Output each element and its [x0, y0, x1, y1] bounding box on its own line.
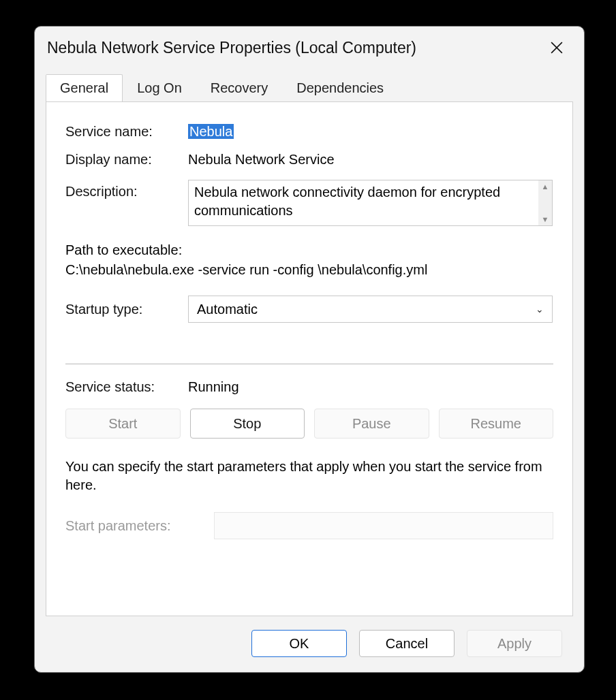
general-tab-panel: Service name: Nebula Display name: Nebul…	[46, 101, 573, 616]
close-icon	[551, 42, 563, 54]
scroll-up-icon[interactable]: ▲	[542, 180, 549, 193]
start-button: Start	[65, 409, 181, 439]
display-name-label: Display name:	[65, 152, 188, 168]
path-label: Path to executable:	[65, 242, 553, 258]
service-name-value[interactable]: Nebula	[188, 124, 234, 139]
divider	[65, 364, 553, 364]
chevron-down-icon: ⌄	[536, 304, 544, 315]
start-parameters-label: Start parameters:	[65, 518, 214, 534]
tab-log-on[interactable]: Log On	[123, 74, 196, 102]
tab-dependencies[interactable]: Dependencies	[282, 74, 398, 102]
ok-button[interactable]: OK	[251, 630, 347, 657]
apply-button: Apply	[467, 630, 562, 657]
display-name-value: Nebula Network Service	[188, 152, 553, 168]
description-value: Nebula network connectivity daemon for e…	[194, 185, 500, 218]
service-status-label: Service status:	[65, 379, 188, 395]
resume-button: Resume	[439, 409, 554, 439]
description-scrollbar[interactable]: ▲ ▼	[538, 180, 552, 225]
dialog-title: Nebula Network Service Properties (Local…	[47, 39, 416, 57]
path-value: C:\nebula\nebula.exe -service run -confi…	[65, 262, 553, 278]
service-name-label: Service name:	[65, 124, 188, 140]
startup-type-label: Startup type:	[65, 302, 188, 317]
cancel-button[interactable]: Cancel	[359, 630, 455, 657]
startup-type-select[interactable]: Automatic ⌄	[188, 296, 553, 323]
service-status-value: Running	[188, 379, 239, 395]
scroll-down-icon[interactable]: ▼	[542, 213, 549, 225]
close-button[interactable]	[542, 33, 572, 63]
tab-general[interactable]: General	[46, 74, 123, 102]
service-properties-dialog: Nebula Network Service Properties (Local…	[34, 26, 585, 673]
tab-recovery[interactable]: Recovery	[196, 74, 282, 102]
start-params-help-text: You can specify the start parameters tha…	[65, 458, 553, 494]
startup-type-value: Automatic	[197, 302, 258, 317]
description-label: Description:	[65, 180, 188, 200]
stop-button[interactable]: Stop	[190, 409, 305, 439]
start-parameters-input	[214, 512, 553, 539]
description-textbox[interactable]: Nebula network connectivity daemon for e…	[188, 180, 553, 226]
titlebar: Nebula Network Service Properties (Local…	[35, 27, 584, 65]
tab-strip: General Log On Recovery Dependencies	[35, 65, 584, 101]
dialog-button-row: OK Cancel Apply	[251, 630, 562, 657]
pause-button: Pause	[314, 409, 429, 439]
